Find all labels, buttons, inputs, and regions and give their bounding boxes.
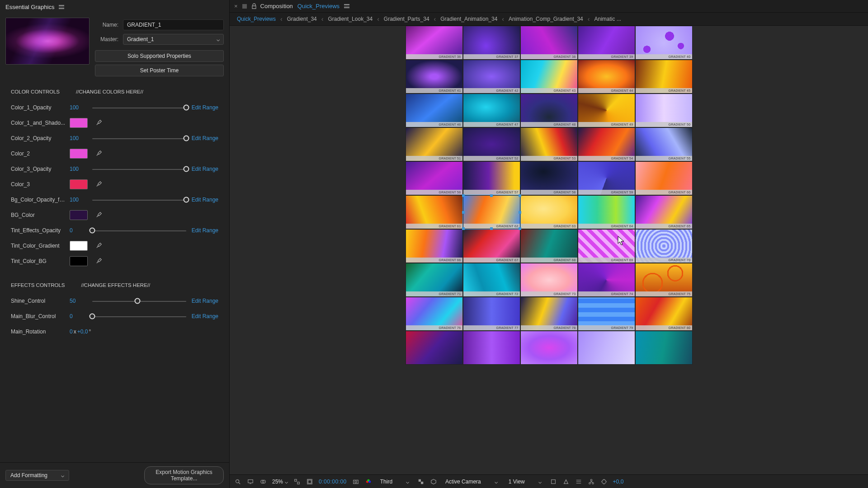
gradient-thumbnail[interactable]: GRADIENT 70 — [635, 229, 693, 263]
breadcrumb-item[interactable]: Gradient_Look_34 — [325, 15, 375, 23]
quality-select[interactable]: Third⌵ — [377, 479, 412, 485]
gradient-thumbnail[interactable] — [520, 331, 578, 365]
selection-handle[interactable] — [490, 227, 493, 230]
gradient-thumbnail[interactable]: GRADIENT 52 — [463, 127, 520, 161]
gradient-thumbnail[interactable]: GRADIENT 80 — [635, 297, 693, 331]
gradient-thumbnail[interactable]: GRADIENT 60 — [635, 161, 693, 195]
property-value[interactable]: 100 — [70, 135, 89, 141]
gradient-thumbnail[interactable]: GRADIENT 78 — [520, 297, 578, 331]
gradient-thumbnail[interactable]: GRADIENT 36 — [406, 26, 463, 60]
close-tab-icon[interactable]: × — [234, 3, 238, 9]
gradient-thumbnail[interactable]: GRADIENT 37 — [463, 26, 520, 60]
set-poster-time-button[interactable]: Set Poster Time — [95, 65, 224, 76]
gradient-thumbnail[interactable]: GRADIENT 66 — [406, 229, 463, 263]
gradient-thumbnail[interactable]: GRADIENT 71 — [406, 263, 463, 297]
gradient-thumbnail[interactable]: GRADIENT 46 — [406, 94, 463, 127]
gradient-thumbnail[interactable]: GRADIENT 43 — [520, 60, 578, 94]
camera-select[interactable]: Active Camera⌵ — [443, 479, 500, 485]
rotation-value[interactable]: 0 x +0,0 ° — [70, 328, 91, 335]
slider[interactable] — [92, 103, 186, 112]
gradient-thumbnail[interactable]: GRADIENT 63 — [520, 195, 578, 229]
flowchart-icon[interactable] — [588, 478, 595, 485]
safe-zones-icon[interactable] — [306, 478, 313, 485]
composition-viewer[interactable]: GRADIENT 36GRADIENT 37GRADIENT 38GRADIEN… — [230, 26, 868, 474]
gradient-thumbnail[interactable]: GRADIENT 53 — [520, 127, 578, 161]
gradient-thumbnail[interactable]: GRADIENT 65 — [635, 195, 693, 229]
edit-range-link[interactable]: Edit Range — [190, 104, 220, 111]
mask-icon[interactable] — [259, 478, 267, 485]
edit-range-link[interactable]: Edit Range — [190, 227, 220, 234]
solo-properties-button[interactable]: Solo Supported Properties — [95, 50, 224, 62]
edit-range-link[interactable]: Edit Range — [190, 298, 220, 304]
gradient-thumbnail[interactable]: GRADIENT 75 — [635, 263, 693, 297]
gradient-thumbnail[interactable]: GRADIENT 58 — [520, 161, 578, 195]
gradient-thumbnail[interactable]: GRADIENT 73 — [520, 263, 578, 297]
eyedropper-icon[interactable] — [95, 257, 103, 265]
gradient-thumbnail[interactable]: GRADIENT 55 — [635, 127, 693, 161]
gradient-thumbnail[interactable]: GRADIENT 72 — [463, 263, 520, 297]
slider[interactable] — [92, 195, 186, 204]
selection-handle[interactable] — [519, 194, 521, 197]
gradient-thumbnail[interactable]: GRADIENT 76 — [406, 297, 463, 331]
export-template-button[interactable]: Export Motion Graphics Template... — [144, 466, 224, 484]
eyedropper-icon[interactable] — [95, 242, 103, 250]
slider[interactable] — [92, 164, 186, 174]
color-swatch[interactable] — [70, 256, 88, 266]
gradient-thumbnail[interactable]: GRADIENT 48 — [520, 94, 578, 127]
gradient-thumbnail[interactable]: GRADIENT 68 — [520, 229, 578, 263]
pixel-aspect-icon[interactable] — [550, 478, 557, 485]
gradient-thumbnail[interactable]: GRADIENT 74 — [578, 263, 635, 297]
gradient-thumbnail[interactable]: GRADIENT 40 — [635, 26, 693, 60]
property-value[interactable]: 100 — [70, 197, 89, 203]
snapshot-icon[interactable] — [352, 478, 359, 485]
gradient-thumbnail[interactable] — [463, 331, 520, 365]
gradient-thumbnail[interactable]: GRADIENT 61 — [406, 195, 463, 229]
gradient-thumbnail[interactable]: GRADIENT 67 — [463, 229, 520, 263]
edit-range-link[interactable]: Edit Range — [190, 197, 220, 203]
transparency-grid-icon[interactable] — [417, 478, 425, 485]
master-select[interactable]: Gradient_1 ⌵ — [123, 34, 224, 45]
gradient-thumbnail[interactable]: GRADIENT 45 — [635, 60, 693, 94]
property-value[interactable]: 50 — [70, 298, 89, 304]
gradient-thumbnail[interactable]: GRADIENT 54 — [578, 127, 635, 161]
selection-handle[interactable] — [490, 194, 493, 197]
gradient-thumbnail[interactable]: GRADIENT 44 — [578, 60, 635, 94]
breadcrumb-item[interactable]: Animatic ... — [591, 15, 623, 23]
gradient-thumbnail[interactable]: GRADIENT 56 — [406, 161, 463, 195]
selection-handle[interactable] — [519, 211, 521, 214]
breadcrumb-item[interactable]: Gradient_34 — [284, 15, 320, 23]
breadcrumb-item[interactable]: Animation_Comp_Gradient_34 — [506, 15, 586, 23]
gradient-thumbnail[interactable]: GRADIENT 62 — [463, 195, 520, 229]
timeline-icon[interactable] — [575, 478, 582, 485]
monitor-icon[interactable] — [247, 478, 254, 485]
gradient-thumbnail[interactable]: GRADIENT 50 — [635, 94, 693, 127]
color-swatch[interactable] — [70, 118, 88, 128]
name-input[interactable] — [123, 19, 224, 30]
property-value[interactable]: 100 — [70, 104, 89, 111]
selection-handle[interactable] — [519, 227, 521, 230]
slider[interactable] — [92, 296, 186, 305]
fast-preview-icon[interactable] — [562, 478, 570, 485]
exposure-value[interactable]: +0,0 — [613, 479, 624, 485]
channel-icon[interactable] — [365, 478, 372, 485]
reset-exposure-icon[interactable] — [600, 478, 608, 485]
edit-range-link[interactable]: Edit Range — [190, 166, 220, 172]
color-swatch[interactable] — [70, 241, 88, 251]
gradient-thumbnail[interactable]: GRADIENT 79 — [578, 297, 635, 331]
gradient-thumbnail[interactable]: GRADIENT 59 — [578, 161, 635, 195]
gradient-thumbnail[interactable]: GRADIENT 47 — [463, 94, 520, 127]
views-select[interactable]: 1 View⌵ — [506, 479, 544, 485]
gradient-thumbnail[interactable]: GRADIENT 38 — [520, 26, 578, 60]
slider[interactable] — [92, 312, 186, 321]
edit-range-link[interactable]: Edit Range — [190, 313, 220, 319]
breadcrumb-item[interactable]: Quick_Previews — [234, 15, 278, 23]
property-value[interactable]: 100 — [70, 166, 89, 172]
slider[interactable] — [92, 134, 186, 143]
slider[interactable] — [92, 226, 186, 235]
3d-view-icon[interactable] — [430, 478, 437, 485]
lock-icon[interactable] — [251, 3, 256, 9]
selection-handle[interactable] — [462, 194, 465, 197]
eyedropper-icon[interactable] — [95, 119, 103, 127]
gradient-thumbnail[interactable]: GRADIENT 42 — [463, 60, 520, 94]
breadcrumb-item[interactable]: Gradient_Parts_34 — [381, 15, 432, 23]
